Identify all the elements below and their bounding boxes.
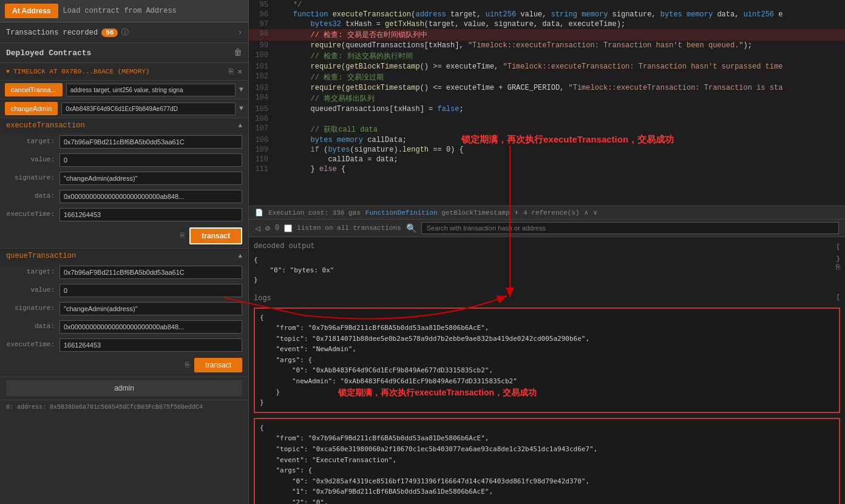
decoded-copy-button[interactable]: ⎘ bbox=[836, 263, 840, 271]
execute-transact-button[interactable]: transact bbox=[189, 227, 242, 244]
search-icon[interactable]: 🔍 bbox=[406, 223, 416, 234]
code-line-110: 110 callData = data; bbox=[249, 155, 845, 164]
code-line-96: 96 function executeTransaction(address t… bbox=[249, 10, 845, 19]
logs-header: logs bbox=[254, 294, 271, 303]
close-icon[interactable]: ✕ bbox=[237, 67, 242, 76]
file-icon: 📄 bbox=[255, 209, 263, 217]
transactions-label: Transactions recorded bbox=[6, 29, 98, 37]
queue-target-label: target: bbox=[6, 266, 55, 275]
line-num-96: 96 bbox=[249, 10, 273, 19]
at-address-button[interactable]: At Address bbox=[5, 4, 58, 18]
line-content-100: // 检查: 到达交易的执行时间 bbox=[273, 50, 845, 62]
execute-transact-row: ⎘ transact bbox=[0, 224, 248, 248]
log2-box: { "from": "0x7b96aF9Bd211cBf6BA5b0dd53aa… bbox=[254, 418, 840, 504]
execute-time-input[interactable] bbox=[59, 208, 242, 221]
change-admin-input[interactable] bbox=[61, 102, 236, 115]
dropdown-arrow-2[interactable]: ▼ bbox=[239, 104, 243, 113]
queue-copy-icon[interactable]: ⎘ bbox=[185, 361, 189, 369]
cancel-transact-input[interactable] bbox=[66, 84, 236, 96]
data-input[interactable] bbox=[59, 190, 242, 203]
execute-transaction-section: executeTransaction ▲ target: value: sign… bbox=[0, 118, 248, 249]
listen-checkbox[interactable] bbox=[284, 224, 292, 232]
execute-data-row: data: bbox=[0, 187, 248, 206]
line-num-95: 95 bbox=[249, 0, 273, 10]
copy-icon[interactable]: ⎘ bbox=[229, 67, 234, 76]
value-input[interactable] bbox=[59, 153, 242, 167]
expand-arrow[interactable]: › bbox=[238, 29, 242, 37]
line-num-101: 101 bbox=[249, 62, 273, 72]
line-content-102: // 检查: 交易没过期 bbox=[273, 72, 845, 83]
line-num-103: 103 bbox=[249, 83, 273, 93]
queue-time-input[interactable] bbox=[59, 338, 242, 352]
queue-transact-button[interactable]: transact bbox=[194, 358, 242, 372]
signature-input[interactable] bbox=[59, 172, 242, 185]
collapse-arrow[interactable]: ▲ bbox=[238, 122, 242, 129]
line-num-99: 99 bbox=[249, 41, 273, 50]
code-line-111: 111 } else { bbox=[249, 164, 845, 174]
back-icon[interactable]: ◁ bbox=[255, 223, 260, 234]
transactions-badge: 56 bbox=[101, 29, 118, 37]
target-label: target: bbox=[6, 135, 55, 145]
queue-value-input[interactable] bbox=[59, 284, 242, 297]
contract-item[interactable]: ▼ TIMELOCK AT 0X7B9...B6ACE (MEMORY) ⎘ ✕ bbox=[0, 63, 248, 81]
execute-transaction-header[interactable]: executeTransaction ▲ bbox=[0, 118, 248, 133]
value-label: value: bbox=[6, 153, 55, 163]
dropdown-arrow[interactable]: ▼ bbox=[239, 86, 243, 94]
queue-transact-row: ⎘ transact bbox=[0, 354, 248, 376]
line-content-111: } else { bbox=[273, 164, 845, 174]
line-num-104: 104 bbox=[249, 93, 273, 104]
queue-transaction-title: queueTransaction bbox=[6, 252, 238, 260]
queue-signature-row: signature: bbox=[0, 300, 248, 318]
right-panel: 95 */ 96 function executeTransaction(add… bbox=[249, 0, 845, 504]
left-panel: At Address Load contract from Address Tr… bbox=[0, 0, 249, 504]
queue-data-label: data: bbox=[6, 320, 55, 330]
execute-target-row: target: bbox=[0, 133, 248, 151]
references-text: 4 reference(s) bbox=[523, 209, 579, 217]
queue-target-input[interactable] bbox=[59, 266, 242, 279]
queue-sig-input[interactable] bbox=[59, 302, 242, 315]
line-content-105: queuedTransactions[txHash] = false; bbox=[273, 104, 845, 114]
line-content-101: require(getBlockTimestamp() >= executeTi… bbox=[273, 62, 845, 72]
cancel-transact-button[interactable]: cancelTransa... bbox=[5, 83, 63, 96]
search-input[interactable] bbox=[421, 222, 839, 234]
stop-icon[interactable]: ⊘ bbox=[265, 223, 270, 234]
logs-section: logs [ bbox=[254, 289, 840, 305]
nav-arrow-down[interactable]: ∨ bbox=[593, 209, 597, 217]
execution-cost-bar: 📄 Execution cost: 336 gas FunctionDefini… bbox=[249, 206, 845, 220]
fn-type-text: FunctionDefinition getBlockTimestamp bbox=[365, 209, 510, 217]
signature-label: signature: bbox=[6, 172, 55, 181]
nav-arrow-left[interactable]: ⬆ bbox=[514, 209, 518, 217]
at-address-bar: At Address Load contract from Address bbox=[0, 0, 248, 22]
target-input[interactable] bbox=[59, 135, 242, 149]
line-num-108: 108 bbox=[249, 135, 273, 145]
bottom-address: 0: address: 0x5B38Da6a701c568545dCfcB03F… bbox=[0, 400, 248, 414]
execute-transaction-title: executeTransaction bbox=[6, 121, 238, 130]
line-content-110: callData = data; bbox=[273, 155, 845, 164]
line-num-107: 107 bbox=[249, 124, 273, 135]
nav-arrow-up[interactable]: ∧ bbox=[585, 209, 589, 217]
line-num-97: 97 bbox=[249, 19, 273, 29]
admin-button[interactable]: admin bbox=[6, 380, 242, 396]
copy-small-icon[interactable]: ⎘ bbox=[180, 232, 185, 240]
queue-transaction-header[interactable]: queueTransaction ▲ bbox=[0, 249, 248, 263]
change-admin-button[interactable]: changeAdmin bbox=[5, 102, 58, 115]
line-num-109: 109 bbox=[249, 145, 273, 155]
trash-icon[interactable]: 🗑 bbox=[234, 48, 242, 58]
line-content-97: bytes32 txHash = getTxHash(target, value… bbox=[273, 19, 845, 29]
execute-time-label: executeTime: bbox=[6, 208, 55, 218]
listen-label: listen on all transactions bbox=[297, 224, 401, 232]
code-line-95: 95 */ bbox=[249, 0, 845, 10]
code-area: 95 */ 96 function executeTransaction(add… bbox=[249, 0, 845, 206]
line-content-107: // 获取call data bbox=[273, 124, 845, 135]
info-icon[interactable]: ⓘ bbox=[121, 27, 129, 38]
queue-collapse-arrow[interactable]: ▲ bbox=[238, 252, 242, 260]
queue-data-input[interactable] bbox=[59, 320, 242, 334]
line-num-106: 106 bbox=[249, 114, 273, 124]
code-table: 95 */ 96 function executeTransaction(add… bbox=[249, 0, 845, 174]
line-content-106 bbox=[273, 114, 845, 124]
decoded-output-json: { "0": "bytes: 0x" } bbox=[254, 255, 831, 286]
queue-value-row: value: bbox=[0, 281, 248, 300]
data-label: data: bbox=[6, 190, 55, 200]
execute-time-row: executeTime: bbox=[0, 206, 248, 224]
log2-content: { "from": "0x7b96aF9Bd211cBf6BA5b0dd53aa… bbox=[260, 423, 834, 504]
